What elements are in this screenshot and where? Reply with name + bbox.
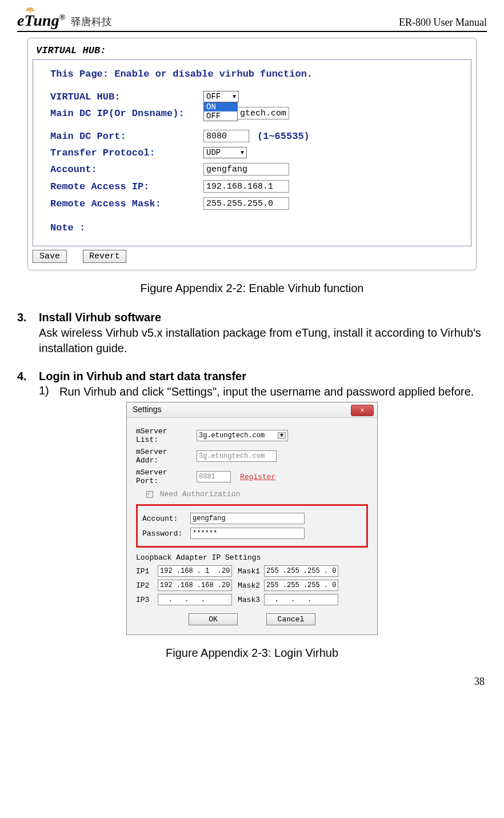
input-ip3[interactable] (158, 594, 232, 605)
label-remote-mask: Remote Access Mask: (50, 198, 199, 209)
step-3-body: Ask wireless Virhub v5.x installation pa… (39, 325, 487, 356)
label-virtual-hub: VIRTUAL HUB: (50, 91, 199, 102)
label-remote-ip: Remote Access IP: (50, 181, 199, 192)
step-4-sub: 1) Run Virhub and click "Settings", inpu… (39, 384, 487, 400)
select-mserver-list-value: 3g.etungtech.com (199, 432, 265, 440)
label-main-dc-ip: Main DC IP(Or Dnsname): (50, 108, 199, 119)
label-note: Note : (50, 222, 459, 233)
logo: eTung® 驿唐科技 (17, 11, 112, 30)
ok-button[interactable]: OK (189, 613, 238, 625)
port-hint: (1~65535) (257, 131, 310, 142)
label-loopback: Loopback Adapter IP Settings (136, 553, 368, 562)
logo-word: eTung (17, 11, 59, 29)
screenshot-settings-dialog: Settings ✕ mServer List: 3g.etungtech.co… (126, 402, 378, 635)
label-mserver-list: mServer List: (136, 427, 193, 444)
step-3-num: 3. (17, 311, 39, 324)
label-mask2: Mask2 (238, 581, 261, 590)
screenshot-virhub-config: VIRTUAL HUB: This Page: Enable or disabl… (27, 38, 477, 270)
input-account[interactable] (203, 163, 289, 175)
select-mserver-list[interactable]: 3g.etungtech.com ▼ (197, 430, 288, 441)
input-account[interactable] (190, 513, 305, 524)
figure-caption-1: Figure Appendix 2-2: Enable Virhub funct… (17, 282, 487, 295)
step-4: 4. Login in Virhub and start data transf… (17, 370, 487, 383)
cancel-button[interactable]: Cancel (266, 613, 315, 625)
page-number: 38 (17, 676, 487, 688)
input-mserver-addr[interactable] (197, 450, 277, 462)
checkbox-need-auth[interactable]: Need Authorization (146, 490, 368, 498)
select-transfer-protocol[interactable]: UDP ▼ (203, 147, 247, 158)
dialog-title: Settings (133, 405, 162, 414)
manual-title: ER-800 User Manual (399, 17, 487, 30)
revert-button[interactable]: Revert (83, 250, 126, 263)
label-main-dc-port: Main DC Port: (50, 131, 199, 142)
chevron-down-icon: ▼ (233, 94, 236, 100)
figure-caption-2: Figure Appendix 2-3: Login Virhub (17, 647, 487, 660)
wifi-icon (25, 3, 35, 14)
chevron-down-icon: ▼ (241, 150, 244, 156)
close-button[interactable]: ✕ (351, 405, 374, 416)
panel-title: VIRTUAL HUB: (33, 43, 471, 59)
step-3-head: Install Virhub software (39, 311, 161, 324)
step-4-num: 4. (17, 370, 39, 383)
step-4-sub-body: Run Virhub and click "Settings", input t… (59, 384, 474, 400)
input-password[interactable] (190, 528, 305, 539)
select-transfer-protocol-value: UDP (206, 148, 221, 157)
step-4-head: Login in Virhub and start data transfer (39, 370, 246, 383)
input-ip1[interactable] (158, 565, 232, 577)
input-main-dc-port[interactable] (203, 130, 249, 142)
label-password: Password: (142, 529, 187, 538)
save-button[interactable]: Save (33, 250, 67, 263)
label-transfer-protocol: Transfer Protocol: (50, 147, 199, 158)
label-ip3: IP3 (136, 596, 154, 604)
chevron-down-icon: ▼ (278, 432, 286, 439)
label-account: Account: (50, 164, 199, 175)
page-header: eTung® 驿唐科技 ER-800 User Manual (17, 11, 487, 32)
label-mask3: Mask3 (238, 596, 261, 604)
checkbox-icon (146, 491, 153, 498)
register-link[interactable]: Register (240, 473, 275, 481)
label-ip1: IP1 (136, 567, 154, 576)
input-mserver-port[interactable] (197, 471, 231, 482)
label-account: Account: (142, 514, 187, 523)
svg-point-0 (30, 11, 31, 13)
label-mserver-port: mServer Port: (136, 468, 193, 485)
input-remote-mask[interactable] (203, 197, 289, 210)
label-ip2: IP2 (136, 581, 154, 590)
step-4-sub-num: 1) (39, 384, 59, 400)
label-mask1: Mask1 (238, 567, 261, 576)
panel-desc: This Page: Enable or disable virhub func… (50, 69, 459, 79)
input-mask2[interactable] (264, 580, 338, 591)
option-off[interactable]: OFF (204, 111, 237, 121)
logo-cn: 驿唐科技 (71, 15, 112, 30)
select-virtual-hub-dropdown: ON OFF (203, 102, 238, 121)
option-on[interactable]: ON (204, 102, 237, 111)
checkbox-label: Need Authorization (160, 490, 240, 498)
input-mask1[interactable] (264, 565, 338, 577)
logo-text: eTung® (17, 11, 65, 30)
input-remote-ip[interactable] (203, 180, 289, 193)
input-mask3[interactable] (264, 594, 338, 605)
select-virtual-hub[interactable]: OFF ▼ ON OFF (203, 91, 239, 102)
step-3: 3. Install Virhub software (17, 311, 487, 324)
select-virtual-hub-value: OFF (206, 92, 221, 101)
label-mserver-addr: mServer Addr: (136, 448, 193, 465)
input-ip2[interactable] (158, 580, 232, 591)
credentials-highlight: Account: Password: (136, 504, 368, 548)
